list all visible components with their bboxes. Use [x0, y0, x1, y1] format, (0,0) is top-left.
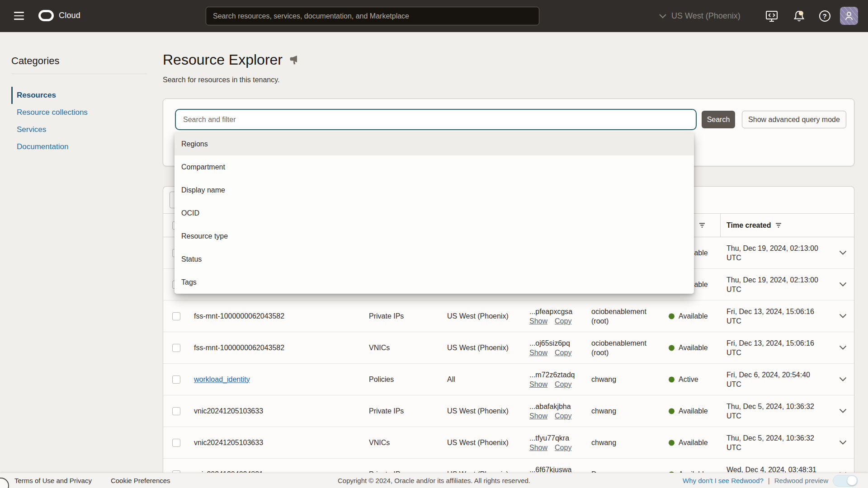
- row-time-created: Fri, Dec 13, 2024, 15:06:16 UTC: [726, 338, 825, 357]
- page-title: Resource Explorer: [163, 52, 283, 68]
- filter-dropdown: RegionsCompartmentDisplay nameOCIDResour…: [175, 132, 694, 294]
- show-ocid-link[interactable]: Show: [529, 412, 547, 420]
- row-compartment: ociobenablement (root): [591, 338, 663, 357]
- status-dot: [669, 440, 675, 446]
- brand-label: Cloud: [59, 11, 80, 20]
- status-dot: [669, 376, 675, 382]
- row-time-created: Thu, Dec 5, 2024, 10:36:32 UTC: [726, 433, 825, 452]
- cloud-shell-icon[interactable]: [764, 0, 780, 32]
- help-icon[interactable]: ?: [816, 0, 833, 32]
- redwood-preview-toggle[interactable]: [833, 475, 858, 487]
- page-subtitle: Search for resources in this tenancy.: [163, 76, 280, 84]
- status-label: Available: [679, 311, 708, 321]
- row-compartment: ociobenablement (root): [591, 306, 663, 325]
- dropdown-item-ocid[interactable]: OCID: [175, 202, 694, 225]
- copyright-text: Copyright © 2024, Oracle and/or its affi…: [338, 477, 530, 484]
- status-dot: [669, 313, 675, 319]
- row-expand-chevron-icon[interactable]: [839, 407, 847, 415]
- copy-ocid-link[interactable]: Copy: [555, 349, 571, 357]
- row-checkbox[interactable]: [172, 344, 180, 352]
- row-display-name: vnic20241205103633: [194, 438, 361, 447]
- time-created-sort-icon[interactable]: [775, 222, 782, 229]
- categories-heading: Categories: [11, 55, 59, 67]
- row-expand-chevron-icon[interactable]: [839, 375, 847, 384]
- copy-ocid-link[interactable]: Copy: [555, 444, 571, 451]
- row-resource-type: VNICs: [369, 343, 441, 352]
- row-state: Available: [669, 406, 708, 416]
- copy-ocid-link[interactable]: Copy: [555, 412, 571, 420]
- row-time-created: Thu, Dec 19, 2024, 02:13:00 UTC: [726, 243, 825, 262]
- dropdown-item-resource-type[interactable]: Resource type: [175, 225, 694, 248]
- status-label: Available: [679, 343, 708, 352]
- global-search-input[interactable]: [206, 7, 539, 25]
- row-region: US West (Phoenix): [447, 343, 526, 352]
- region-selector[interactable]: US West (Phoenix): [659, 0, 741, 32]
- footer-separator: |: [768, 477, 770, 484]
- user-avatar[interactable]: [840, 7, 858, 25]
- show-ocid-link[interactable]: Show: [529, 380, 547, 388]
- show-ocid-link[interactable]: Show: [529, 317, 547, 325]
- row-display-name: fss-mnt-1000000062043582: [194, 343, 361, 352]
- row-display-name: fss-mnt-1000000062043582: [194, 311, 361, 321]
- row-checkbox[interactable]: [172, 312, 180, 320]
- row-compartment: Demo: [591, 469, 663, 473]
- row-expand-chevron-icon[interactable]: [839, 439, 847, 447]
- status-label: Active: [679, 375, 698, 384]
- dropdown-item-display-name[interactable]: Display name: [175, 178, 694, 202]
- sidebar-item-documentation[interactable]: Documentation: [11, 138, 147, 155]
- row-state: Available: [669, 311, 708, 321]
- ocid-value: ...6f67kjuswa: [529, 465, 571, 473]
- redwood-help-link[interactable]: Why don't I see Redwood?: [683, 477, 764, 484]
- row-resource-type: Private IPs: [369, 311, 441, 321]
- chevron-down-icon: [659, 14, 666, 19]
- row-checkbox[interactable]: [172, 439, 180, 447]
- oracle-cloud-logo[interactable]: Cloud: [38, 10, 80, 21]
- row-region: US West (Phoenix): [447, 438, 526, 447]
- row-display-name: vnic20241204034831: [194, 469, 361, 473]
- row-checkbox[interactable]: [172, 407, 180, 415]
- table-row: workload_identity Policies All ...m72z6z…: [163, 364, 854, 395]
- sidebar-item-resources[interactable]: Resources: [11, 87, 147, 104]
- dropdown-item-regions[interactable]: Regions: [175, 132, 694, 155]
- status-label: Available: [679, 438, 708, 447]
- time-created-column-header[interactable]: Time created: [726, 221, 782, 230]
- row-expand-chevron-icon[interactable]: [839, 281, 847, 289]
- row-state: Available: [669, 438, 708, 447]
- ocid-value: ...m72z6ztadq: [529, 371, 575, 378]
- row-checkbox[interactable]: [172, 375, 180, 384]
- table-row: vnic20241204034831 Private IPs US West (…: [163, 459, 854, 473]
- table-row: fss-mnt-1000000062043582 Private IPs US …: [163, 300, 854, 332]
- show-ocid-link[interactable]: Show: [529, 444, 547, 451]
- row-resource-type: Private IPs: [369, 469, 441, 473]
- dropdown-item-compartment[interactable]: Compartment: [175, 155, 694, 178]
- row-region: US West (Phoenix): [447, 311, 526, 321]
- state-column-sort-icon[interactable]: [698, 222, 706, 230]
- advanced-query-mode-button[interactable]: Show advanced query mode: [742, 111, 846, 128]
- row-region: US West (Phoenix): [447, 406, 526, 416]
- row-ocid: ...6f67kjuswa ShowCopy: [529, 465, 593, 473]
- row-region: US West (Phoenix): [447, 469, 526, 473]
- cookie-preferences-link[interactable]: Cookie Preferences: [111, 477, 170, 484]
- row-resource-type: Private IPs: [369, 406, 441, 416]
- status-label: Available: [679, 406, 708, 416]
- row-expand-chevron-icon[interactable]: [839, 344, 847, 352]
- sidebar-item-resource-collections[interactable]: Resource collections: [11, 104, 147, 121]
- row-display-name[interactable]: workload_identity: [194, 375, 361, 384]
- copy-ocid-link[interactable]: Copy: [555, 317, 571, 325]
- dropdown-item-status[interactable]: Status: [175, 248, 694, 271]
- hamburger-menu-icon[interactable]: [14, 12, 24, 20]
- terms-link[interactable]: Terms of Use and Privacy: [14, 477, 92, 484]
- search-button[interactable]: Search: [702, 111, 735, 128]
- footer: Terms of Use and Privacy Cookie Preferen…: [0, 473, 868, 488]
- row-expand-chevron-icon[interactable]: [839, 312, 847, 320]
- show-ocid-link[interactable]: Show: [529, 349, 547, 357]
- resource-filter-input[interactable]: [175, 109, 697, 130]
- row-resource-type: VNICs: [369, 438, 441, 447]
- row-expand-chevron-icon[interactable]: [839, 249, 847, 257]
- dropdown-item-tags[interactable]: Tags: [175, 271, 694, 294]
- sidebar-item-services[interactable]: Services: [11, 121, 147, 138]
- announcements-megaphone-icon[interactable]: [289, 55, 301, 66]
- notifications-bell-icon[interactable]: [791, 0, 807, 32]
- copy-ocid-link[interactable]: Copy: [555, 380, 571, 388]
- row-state: Available: [669, 343, 708, 352]
